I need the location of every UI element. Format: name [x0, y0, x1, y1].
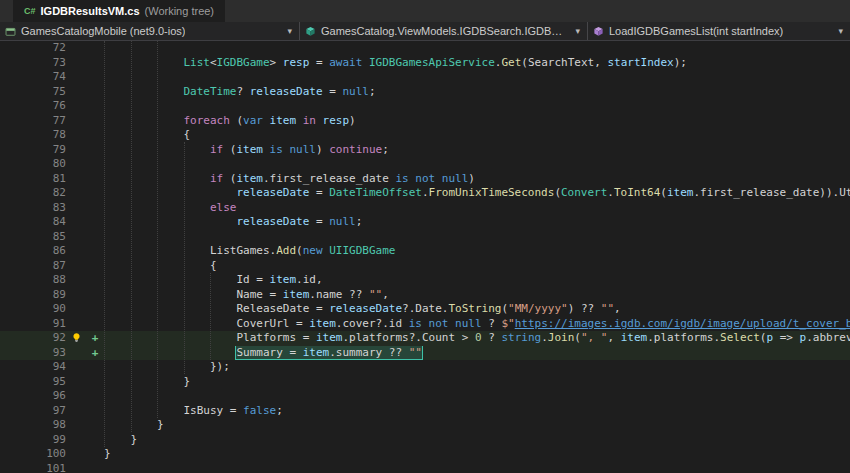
- code-token: await: [329, 56, 362, 69]
- code-token: FromUnixTimeSeconds: [429, 186, 555, 199]
- project-dropdown[interactable]: GamesCatalogMobile (net9.0-ios) ▾: [0, 22, 300, 40]
- code-token: [104, 85, 183, 98]
- code-line[interactable]: 73 List<IGDBGame> resp = await IGDBGames…: [0, 56, 850, 71]
- code-line[interactable]: 88 Id = item.id,: [0, 273, 850, 288]
- code-token: Count: [422, 331, 455, 344]
- code-token: [362, 56, 369, 69]
- line-number: 90: [8, 302, 66, 317]
- code-text: });: [104, 360, 850, 375]
- code-token: Date: [415, 302, 442, 315]
- line-number: 76: [8, 99, 66, 114]
- line-number: 94: [8, 360, 66, 375]
- code-text: }: [104, 447, 850, 462]
- code-token: ;: [369, 85, 376, 98]
- code-editor[interactable]: 7273 List<IGDBGame> resp = await IGDBGam…: [0, 41, 850, 473]
- code-line[interactable]: 76: [0, 99, 850, 114]
- type-dropdown[interactable]: GamesCatalog.ViewModels.IGDBSearch.IGDBR…: [300, 22, 588, 40]
- code-line[interactable]: 91 CoverUrl = item.cover?.id is not null…: [0, 317, 850, 332]
- code-token: [104, 404, 183, 417]
- code-line[interactable]: 90 ReleaseDate = releaseDate?.Date.ToStr…: [0, 302, 850, 317]
- code-line[interactable]: 82 releaseDate = DateTimeOffset.FromUnix…: [0, 186, 850, 201]
- code-line[interactable]: 83 else: [0, 201, 850, 216]
- code-token: platforms: [654, 331, 714, 344]
- code-line[interactable]: 94 });: [0, 360, 850, 375]
- code-token: item: [270, 273, 297, 286]
- code-line[interactable]: 95 }: [0, 375, 850, 390]
- code-line[interactable]: 96: [0, 389, 850, 404]
- code-token: [263, 143, 270, 156]
- code-line[interactable]: 77 foreach (var item in resp): [0, 114, 850, 129]
- code-line[interactable]: 92+ Platforms = item.platforms?.Count > …: [0, 331, 850, 346]
- code-token: [104, 317, 236, 330]
- code-line[interactable]: 75 DateTime? releaseDate = null;: [0, 85, 850, 100]
- code-line[interactable]: 87 {: [0, 259, 850, 274]
- code-token: is: [395, 172, 408, 185]
- code-token: [104, 418, 157, 431]
- code-line[interactable]: 93+ Summary = item.summary ?? "": [0, 346, 850, 361]
- code-token: releaseDate: [250, 85, 323, 98]
- glyph-margin: [66, 259, 86, 274]
- code-line[interactable]: 101: [0, 462, 850, 473]
- code-line[interactable]: 85: [0, 230, 850, 245]
- glyph-margin: [66, 360, 86, 375]
- code-token: UtcDateTime: [839, 186, 850, 199]
- code-token: [104, 273, 236, 286]
- line-number: 80: [8, 157, 66, 172]
- code-text: [104, 157, 850, 172]
- line-number: 89: [8, 288, 66, 303]
- member-dropdown-label: LoadIGDBGamesList(int startIndex): [609, 25, 783, 37]
- glyph-margin: [66, 288, 86, 303]
- code-token: "": [369, 288, 382, 301]
- code-token: ,: [607, 331, 620, 344]
- git-added-marker: +: [86, 331, 104, 346]
- document-tab-bar: C# IGDBResultsVM.cs (Working tree): [0, 0, 850, 22]
- chevron-down-icon: ▾: [836, 26, 845, 36]
- code-token: [104, 259, 210, 272]
- line-number: 96: [8, 389, 66, 404]
- code-line[interactable]: 78 {: [0, 128, 850, 143]
- code-line[interactable]: 81 if (item.first_release_date is not nu…: [0, 172, 850, 187]
- chevron-down-icon: ▾: [573, 26, 582, 36]
- code-line[interactable]: 89 Name = item.name ?? "",: [0, 288, 850, 303]
- code-text: releaseDate = DateTimeOffset.FromUnixTim…: [104, 186, 850, 201]
- code-token: [104, 172, 210, 185]
- code-token: resp: [323, 114, 350, 127]
- line-number: 78: [8, 128, 66, 143]
- code-line[interactable]: 100}: [0, 447, 850, 462]
- code-line[interactable]: 97 IsBusy = false;: [0, 404, 850, 419]
- line-number: 85: [8, 230, 66, 245]
- diff-margin: [86, 172, 104, 187]
- code-line[interactable]: 84 releaseDate = null;: [0, 215, 850, 230]
- code-token: });: [210, 360, 230, 373]
- code-line[interactable]: 98 }: [0, 418, 850, 433]
- project-dropdown-label: GamesCatalogMobile (net9.0-ios): [21, 25, 185, 37]
- code-line[interactable]: 86 ListGames.Add(new UIIGDBGame: [0, 244, 850, 259]
- code-token: ): [349, 114, 356, 127]
- code-token: CoverUrl: [236, 317, 289, 330]
- member-dropdown[interactable]: LoadIGDBGamesList(int startIndex) ▾: [588, 22, 850, 40]
- code-token: [104, 186, 236, 199]
- quick-actions-lightbulb-icon[interactable]: [66, 331, 86, 346]
- glyph-margin: [66, 114, 86, 129]
- code-text: Name = item.name ?? "",: [104, 288, 850, 303]
- code-token: >: [455, 331, 475, 344]
- code-token: [104, 360, 210, 373]
- code-line[interactable]: 74: [0, 70, 850, 85]
- code-token: ): [468, 172, 475, 185]
- code-line[interactable]: 79 if (item is null) continue;: [0, 143, 850, 158]
- code-token: null: [342, 85, 369, 98]
- code-token: ToString: [448, 302, 501, 315]
- line-number: 83: [8, 201, 66, 216]
- code-token: Convert: [561, 186, 607, 199]
- code-token: =: [263, 288, 283, 301]
- diff-margin: [86, 375, 104, 390]
- code-line[interactable]: 72: [0, 41, 850, 56]
- tab-igdbresultsvm[interactable]: C# IGDBResultsVM.cs (Working tree): [13, 0, 225, 22]
- code-line[interactable]: 99 }: [0, 433, 850, 448]
- code-token: ?: [482, 317, 502, 330]
- code-token: cover: [342, 317, 375, 330]
- glyph-margin: [66, 85, 86, 100]
- code-line[interactable]: 80: [0, 157, 850, 172]
- glyph-margin: [66, 433, 86, 448]
- code-token: null: [329, 215, 356, 228]
